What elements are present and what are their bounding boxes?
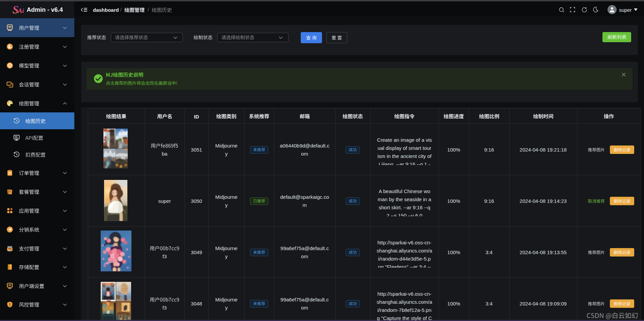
svg-text:Ai: Ai: [18, 7, 24, 14]
